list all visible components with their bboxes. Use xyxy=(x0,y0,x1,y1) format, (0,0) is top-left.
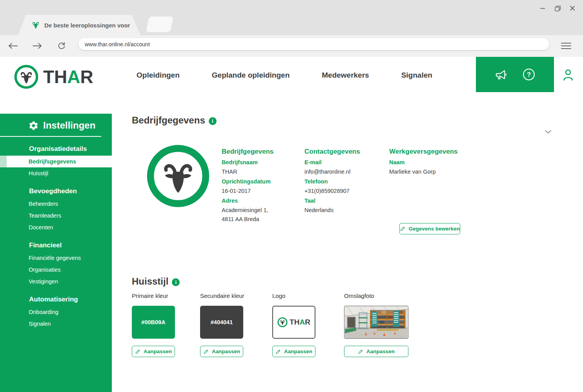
brand-wordmark: THAR xyxy=(43,66,93,87)
field-value: 4811 AA Breda xyxy=(222,216,300,222)
header-action-panel: ? xyxy=(476,57,554,92)
sidebar-item-bedrijfsgegevens[interactable]: Bedrijfsgegevens xyxy=(0,156,112,167)
field-value: Academiesingel 1, xyxy=(222,207,300,213)
field-value: THAR xyxy=(222,169,300,175)
cover-photo-preview xyxy=(344,306,408,339)
pencil-icon xyxy=(275,349,281,354)
employer-details-column: Werkgeversgegevens NaamMarlieke van Gorp xyxy=(389,148,507,175)
primary-color-swatch: #00B09A xyxy=(132,306,175,339)
back-button[interactable] xyxy=(7,40,19,52)
company-section-title: Bedrijfgegevens i xyxy=(132,115,217,126)
minimize-button[interactable] xyxy=(538,4,547,13)
browser-tab-active[interactable]: De beste leeroplossingen voor xyxy=(18,15,140,35)
field-label: Taal xyxy=(304,198,387,204)
logo-preview: THAR xyxy=(272,306,315,339)
field-label: Telefoon xyxy=(304,178,387,185)
info-icon[interactable]: i xyxy=(172,278,180,286)
info-icon[interactable]: i xyxy=(209,117,217,125)
adjust-primary-color-button[interactable]: Aanpassen xyxy=(132,346,175,357)
sidebar-item-onboarding[interactable]: Onboarding xyxy=(0,306,112,318)
sidebar-divider xyxy=(0,136,101,137)
edit-details-button[interactable]: Gegevens bewerken xyxy=(399,223,460,234)
browser-titlebar: De beste leeroplossingen voor xyxy=(0,0,583,35)
restore-button[interactable] xyxy=(553,4,562,13)
window-controls xyxy=(538,4,577,13)
pencil-icon xyxy=(358,349,363,354)
sidebar-section-organisatiedetails: Organisatiedetails xyxy=(0,145,112,153)
adjust-cover-photo-button[interactable]: Aanpassen xyxy=(344,346,408,357)
goat-logo-icon xyxy=(277,317,288,327)
pencil-icon xyxy=(203,349,209,354)
browser-tab-blank[interactable] xyxy=(146,16,174,32)
app-header: THAR Opleidingen Geplande opleidingen Me… xyxy=(0,57,583,114)
sidebar-item-organisaties[interactable]: Organisaties xyxy=(0,264,112,276)
field-value: Nederlands xyxy=(304,207,387,213)
secondary-color-swatch: #404041 xyxy=(200,306,243,339)
nav-medewerkers[interactable]: Medewerkers xyxy=(322,71,369,80)
logo-label: Logo xyxy=(272,292,285,299)
cover-photo-label: Omslagfoto xyxy=(344,292,374,299)
main-nav: Opleidingen Geplande opleidingen Medewer… xyxy=(137,71,432,80)
sidebar-item-huisstijl[interactable]: Huisstijl xyxy=(0,167,112,179)
address-input[interactable] xyxy=(85,41,543,47)
help-icon[interactable]: ? xyxy=(522,67,536,82)
sidebar-section-bevoegdheden: Bevoegdheden xyxy=(0,187,112,195)
field-value: 16-01-2017 xyxy=(222,188,300,194)
huisstijl-section-title: Huisstijl i xyxy=(132,276,180,287)
field-label: Adres xyxy=(222,198,300,204)
field-label: Oprichtingsdatum xyxy=(222,178,300,185)
company-details-column: Bedrijfgegevens BedrijfsnaamTHAR Opricht… xyxy=(222,148,300,222)
close-button[interactable] xyxy=(568,4,577,13)
brand-logo[interactable]: THAR xyxy=(14,65,93,89)
svg-text:?: ? xyxy=(527,71,531,78)
pencil-icon xyxy=(135,349,140,354)
megaphone-icon[interactable] xyxy=(494,67,508,82)
field-label: Bedrijfsnaam xyxy=(222,159,300,165)
address-bar[interactable] xyxy=(78,38,549,50)
sidebar-item-financiele-gegevens[interactable]: Financiële gegevens xyxy=(0,252,112,264)
tab-title: De beste leeroplossingen voor xyxy=(44,22,130,29)
menu-icon[interactable] xyxy=(559,39,574,53)
field-label: E-mail xyxy=(304,159,387,165)
field-value: Marlieke van Gorp xyxy=(389,169,507,175)
field-value: info@tharonline.nl xyxy=(304,169,387,175)
nav-geplande-opleidingen[interactable]: Geplande opleidingen xyxy=(212,71,290,80)
company-logo xyxy=(147,145,210,207)
gear-icon xyxy=(28,120,39,131)
sidebar-item-vestigingen[interactable]: Vestigingen xyxy=(0,276,112,287)
settings-sidebar: Instellingen Organisatiedetails Bedrijfs… xyxy=(0,114,112,392)
adjust-logo-button[interactable]: Aanpassen xyxy=(272,346,315,357)
contact-details-column: Contactgegevens E-mailinfo@tharonline.nl… xyxy=(304,148,387,213)
sidebar-item-docenten[interactable]: Docenten xyxy=(0,221,112,233)
nav-opleidingen[interactable]: Opleidingen xyxy=(137,71,180,80)
field-label: Naam xyxy=(389,159,507,165)
goat-logo-icon xyxy=(14,65,38,89)
sidebar-section-financieel: Financieel xyxy=(0,241,112,249)
field-value: +31(0)859028907 xyxy=(304,188,387,194)
primary-color-label: Primaire kleur xyxy=(132,292,168,299)
warehouse-photo xyxy=(344,306,408,338)
adjust-secondary-color-button[interactable]: Aanpassen xyxy=(200,346,243,357)
sidebar-item-beheerders[interactable]: Beheerders xyxy=(0,198,112,210)
user-avatar-icon[interactable] xyxy=(562,68,574,82)
secondary-color-label: Secundaire kleur xyxy=(200,292,244,299)
sidebar-title: Instellingen xyxy=(0,114,112,131)
pencil-icon xyxy=(400,226,405,232)
sidebar-item-signalen[interactable]: Signalen xyxy=(0,318,112,330)
forward-button[interactable] xyxy=(31,40,43,52)
sidebar-item-teamleaders[interactable]: Teamleaders xyxy=(0,210,112,221)
goat-favicon-icon xyxy=(31,21,40,29)
nav-signalen[interactable]: Signalen xyxy=(401,71,432,80)
reload-button[interactable] xyxy=(56,40,67,52)
chevron-down-icon[interactable] xyxy=(545,130,552,134)
sidebar-section-automatisering: Automatisering xyxy=(0,296,112,303)
